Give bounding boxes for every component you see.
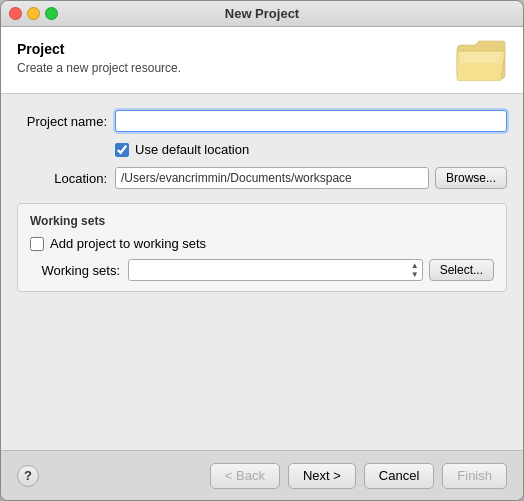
add-to-working-sets-label[interactable]: Add project to working sets <box>50 236 206 251</box>
project-name-row: Project name: <box>17 110 507 132</box>
project-name-input[interactable] <box>115 110 507 132</box>
new-project-window: New Project Project Create a new project… <box>0 0 524 501</box>
working-sets-select[interactable] <box>128 259 423 281</box>
finish-button[interactable]: Finish <box>442 463 507 489</box>
bottom-left: ? <box>17 465 39 487</box>
location-input[interactable] <box>115 167 429 189</box>
minimize-button[interactable] <box>27 7 40 20</box>
maximize-button[interactable] <box>45 7 58 20</box>
help-button[interactable]: ? <box>17 465 39 487</box>
next-button[interactable]: Next > <box>288 463 356 489</box>
working-sets-section: Working sets Add project to working sets… <box>17 203 507 292</box>
bottom-right: < Back Next > Cancel Finish <box>210 463 507 489</box>
location-row: Location: Browse... <box>17 167 507 189</box>
default-location-checkbox[interactable] <box>115 143 129 157</box>
header-text: Project Create a new project resource. <box>17 41 181 75</box>
traffic-lights <box>9 7 58 20</box>
bottom-bar: ? < Back Next > Cancel Finish <box>1 450 523 500</box>
page-subtitle: Create a new project resource. <box>17 61 181 75</box>
content-area: Project Create a new project resource. P… <box>1 27 523 500</box>
working-sets-select-wrapper: ▲▼ <box>128 259 423 281</box>
location-label: Location: <box>17 171 107 186</box>
cancel-button[interactable]: Cancel <box>364 463 434 489</box>
working-sets-label: Working sets: <box>30 263 120 278</box>
default-location-row: Use default location <box>115 142 507 157</box>
working-sets-title: Working sets <box>30 214 494 228</box>
page-title: Project <box>17 41 181 57</box>
add-to-working-sets-checkbox[interactable] <box>30 237 44 251</box>
add-to-working-sets-row: Add project to working sets <box>30 236 494 251</box>
form-section: Project name: Use default location Locat… <box>1 94 523 450</box>
working-sets-select-button[interactable]: Select... <box>429 259 494 281</box>
window-title: New Project <box>225 6 299 21</box>
titlebar: New Project <box>1 1 523 27</box>
default-location-label[interactable]: Use default location <box>135 142 249 157</box>
browse-button[interactable]: Browse... <box>435 167 507 189</box>
back-button[interactable]: < Back <box>210 463 280 489</box>
project-name-label: Project name: <box>17 114 107 129</box>
close-button[interactable] <box>9 7 22 20</box>
working-sets-row: Working sets: ▲▼ Select... <box>30 259 494 281</box>
folder-icon <box>455 37 507 81</box>
header-section: Project Create a new project resource. <box>1 27 523 94</box>
